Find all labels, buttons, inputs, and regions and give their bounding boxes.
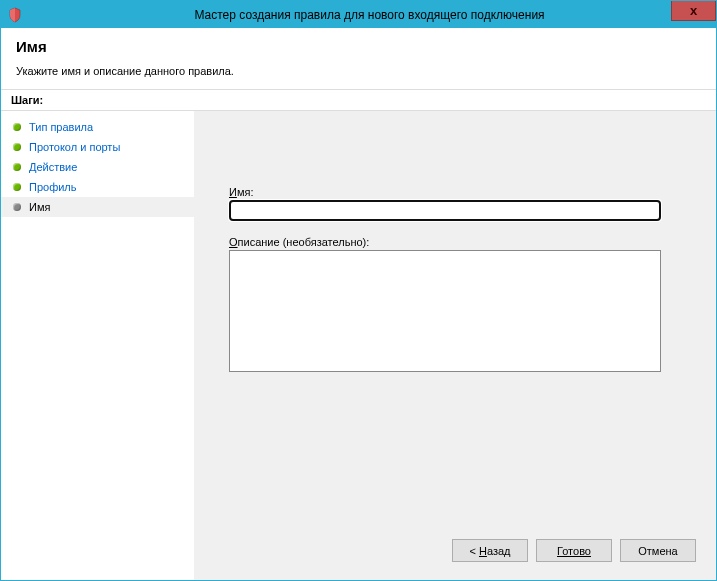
cancel-button[interactable]: Отмена (620, 539, 696, 562)
bullet-icon (13, 183, 21, 191)
sidebar-item-rule-type[interactable]: Тип правила (1, 117, 194, 137)
sidebar-item-label: Тип правила (29, 121, 93, 133)
sidebar-item-protocol-ports[interactable]: Протокол и порты (1, 137, 194, 157)
finish-button[interactable]: Готово (536, 539, 612, 562)
steps-header: Шаги: (1, 89, 716, 111)
content-panel: Имя: Описание (необязательно): (194, 111, 716, 539)
footer: < Назад Готово Отмена (194, 539, 716, 580)
bullet-icon (13, 163, 21, 171)
wizard-window: Мастер создания правила для нового входя… (0, 0, 717, 581)
bullet-icon (13, 203, 21, 211)
sidebar-item-action[interactable]: Действие (1, 157, 194, 177)
name-label: Имя: (229, 186, 661, 198)
sidebar: Тип правила Протокол и порты Действие Пр… (1, 111, 194, 580)
description-input[interactable] (229, 250, 661, 372)
app-icon (7, 7, 23, 23)
sidebar-item-label: Имя (29, 201, 50, 213)
name-input[interactable] (229, 200, 661, 221)
sidebar-item-label: Протокол и порты (29, 141, 120, 153)
window-title: Мастер создания правила для нового входя… (23, 8, 716, 22)
header-section: Имя Укажите имя и описание данного прави… (1, 28, 716, 89)
sidebar-item-profile[interactable]: Профиль (1, 177, 194, 197)
back-button[interactable]: < Назад (452, 539, 528, 562)
description-label: Описание (необязательно): (229, 236, 661, 248)
sidebar-item-name: Имя (1, 197, 194, 217)
page-subtitle: Укажите имя и описание данного правила. (16, 65, 701, 77)
bullet-icon (13, 143, 21, 151)
titlebar: Мастер создания правила для нового входя… (1, 1, 716, 28)
close-button[interactable]: x (671, 1, 716, 21)
bullet-icon (13, 123, 21, 131)
sidebar-item-label: Профиль (29, 181, 77, 193)
page-title: Имя (16, 38, 701, 55)
body-area: Тип правила Протокол и порты Действие Пр… (1, 111, 716, 580)
sidebar-item-label: Действие (29, 161, 77, 173)
